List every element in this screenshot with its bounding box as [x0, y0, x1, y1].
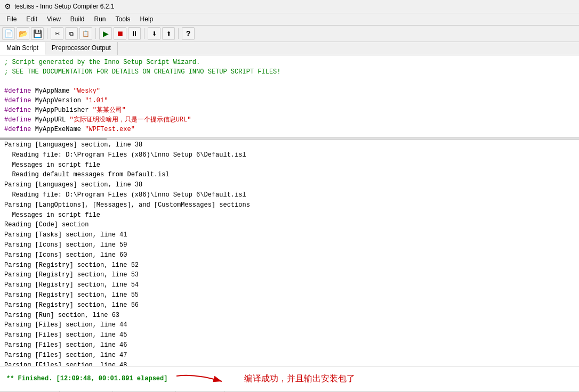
code-editor[interactable]: ; Script generated by the Inno Setup Scr…	[0, 55, 579, 138]
compile-line-files-48: Parsing [Files] section, line 48	[0, 361, 579, 366]
compile-line-registry-54: Parsing [Registry] section, line 54	[0, 280, 579, 290]
annotation-area: ** Finished. [12:09:48, 00:01.891 elapse…	[0, 366, 579, 391]
app-icon: ⚙	[4, 2, 11, 11]
code-line-8: #define MyAppExeName "WPFTest.exe"	[4, 125, 575, 134]
toolbar-sep-3	[144, 28, 144, 39]
toolbar-sep-4	[178, 28, 179, 39]
toolbar-pause-button[interactable]: ⏸	[128, 27, 141, 40]
finished-text: ** Finished. [12:09:48, 00:01.891 elapse…	[6, 375, 167, 382]
toolbar-paste-button[interactable]: 📋	[79, 27, 92, 40]
compile-line-registry-52: Parsing [Registry] section, line 52	[0, 260, 579, 271]
compile-line-files-45: Parsing [Files] section, line 45	[0, 330, 579, 340]
code-line-4: #define MyAppName "Wesky"	[4, 86, 575, 96]
code-line-1: ; Script generated by the Inno Setup Scr…	[4, 58, 575, 67]
menu-tools[interactable]: Tools	[111, 14, 135, 24]
compile-line-parsing-lang-2: Parsing [Languages] section, line 38	[0, 180, 579, 190]
compile-line-registry-55: Parsing [Registry] section, line 55	[0, 290, 579, 300]
toolbar-stop-button[interactable]: ⏹	[114, 27, 126, 40]
compile-line-files-47: Parsing [Files] section, line 47	[0, 350, 579, 361]
code-line-7: #define MyAppURL "实际证明没啥用，只是一个提示信息URL"	[4, 115, 575, 125]
toolbar-run-button[interactable]: ▶	[99, 27, 112, 40]
compile-line-icons-59: Parsing [Icons] section, line 59	[0, 240, 579, 250]
toolbar-new-button[interactable]: 📄	[2, 27, 15, 40]
toolbar-compile-up-button[interactable]: ⬇	[148, 27, 160, 40]
menu-build[interactable]: Build	[66, 14, 89, 24]
toolbar-copy-button[interactable]: ⧉	[65, 27, 78, 40]
compile-line-msg-2: Messages in script file	[0, 210, 579, 220]
menu-help[interactable]: Help	[136, 14, 158, 24]
arrow-icon	[174, 371, 238, 387]
compile-area[interactable]: Parsing [Languages] section, line 38 Rea…	[0, 140, 579, 366]
compile-line-parsing-langopts: Parsing [LangOptions], [Messages], and […	[0, 200, 579, 210]
compile-line-tasks: Parsing [Tasks] section, line 41	[0, 230, 579, 240]
tab-preprocessor-output[interactable]: Preprocessor Output	[45, 42, 118, 55]
menu-edit[interactable]: Edit	[22, 14, 42, 24]
code-line-6: #define MyAppPublisher "某某公司"	[4, 105, 575, 115]
compile-line-code: Reading [Code] section	[0, 220, 579, 230]
menu-run[interactable]: Run	[90, 14, 110, 24]
compile-line-files-44: Parsing [Files] section, line 44	[0, 320, 579, 330]
menu-file[interactable]: File	[2, 14, 21, 24]
tab-main-script[interactable]: Main Script	[0, 42, 45, 55]
main-content: ; Script generated by the Inno Setup Scr…	[0, 55, 579, 391]
compile-line-icons-60: Parsing [Icons] section, line 60	[0, 250, 579, 260]
toolbar-sep-2	[95, 28, 96, 39]
compile-line-files-46: Parsing [Files] section, line 46	[0, 340, 579, 350]
code-line-2: ; SEE THE DOCUMENTATION FOR DETAILS ON C…	[4, 67, 575, 77]
compile-line-registry-56: Parsing [Registry] section, line 56	[0, 300, 579, 311]
compile-line-registry-53: Parsing [Registry] section, line 53	[0, 270, 579, 280]
code-line-5: #define MyAppVersion "1.01"	[4, 96, 575, 105]
toolbar-open-button[interactable]: 📂	[17, 27, 29, 40]
code-line-3	[4, 77, 575, 86]
compile-line-parsing-lang-1: Parsing [Languages] section, line 38	[0, 140, 579, 150]
menu-bar: File Edit View Build Run Tools Help	[0, 13, 579, 26]
toolbar-sep-1	[47, 28, 47, 39]
toolbar-save-button[interactable]: 💾	[31, 27, 44, 40]
menu-view[interactable]: View	[43, 14, 65, 24]
compile-line-read-file-2: Reading file: D:\Program Files (x86)\Inn…	[0, 190, 579, 200]
annotation-text: 编译成功，并且输出安装包了	[244, 373, 355, 385]
compile-line-read-default-1: Reading default messages from Default.is…	[0, 170, 579, 180]
compile-line-run: Parsing [Run] section, line 63	[0, 311, 579, 321]
window-title: test.iss - Inno Setup Compiler 6.2.1	[14, 3, 114, 10]
compile-line-msg-1: Messages in script file	[0, 160, 579, 170]
toolbar: 📄 📂 💾 ✂ ⧉ 📋 ▶ ⏹ ⏸ ⬇ ⬆ ?	[0, 26, 579, 42]
title-bar: ⚙ test.iss - Inno Setup Compiler 6.2.1	[0, 0, 579, 13]
compile-line-read-file-1: Reading file: D:\Program Files (x86)\Inn…	[0, 150, 579, 160]
toolbar-help-button[interactable]: ?	[182, 27, 195, 40]
toolbar-cut-button[interactable]: ✂	[51, 27, 63, 40]
toolbar-compile-down-button[interactable]: ⬆	[162, 27, 175, 40]
annotation-arrow	[174, 371, 238, 387]
tab-bar: Main Script Preprocessor Output	[0, 42, 579, 55]
